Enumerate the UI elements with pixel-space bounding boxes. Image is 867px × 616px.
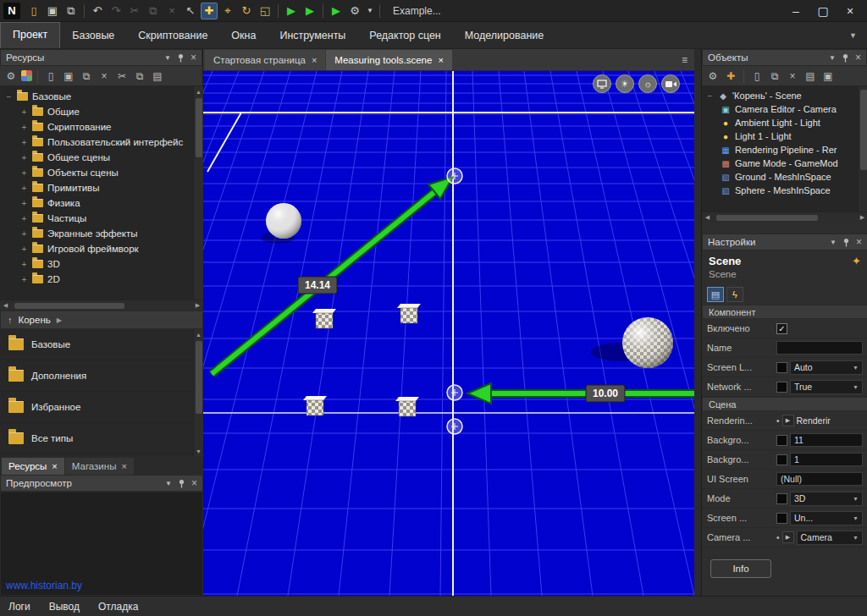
scale-tool-icon[interactable]: ◱ bbox=[257, 3, 273, 19]
section-scene[interactable]: Сцена bbox=[702, 397, 867, 411]
panel-close-icon[interactable]: × bbox=[191, 52, 196, 63]
tab-output[interactable]: Вывод bbox=[49, 601, 80, 613]
build-tools-icon[interactable]: ⚙ bbox=[346, 3, 363, 19]
list-item[interactable]: Все типы bbox=[0, 423, 203, 454]
tab-stores[interactable]: Магазины× bbox=[65, 458, 134, 475]
scroll-up-icon[interactable]: ▲ bbox=[196, 86, 202, 96]
list-item[interactable]: Дополнения bbox=[0, 360, 203, 392]
panel-menu-icon[interactable]: ▼ bbox=[164, 54, 171, 62]
play-button[interactable]: ▶ bbox=[283, 3, 300, 19]
measure-cube[interactable] bbox=[397, 304, 421, 323]
expand-icon[interactable]: + bbox=[20, 245, 28, 254]
snap-tool-icon[interactable]: ⌖ bbox=[219, 3, 236, 19]
light-toggle-button[interactable]: ☼ bbox=[638, 74, 657, 93]
panel-splitter[interactable] bbox=[694, 49, 701, 596]
tree-item[interactable]: +Общее сцены bbox=[0, 150, 203, 165]
tree-item[interactable]: ▣Camera Editor - Camera bbox=[702, 102, 867, 116]
property-reset-icon[interactable] bbox=[776, 493, 787, 504]
measure-cube[interactable] bbox=[312, 309, 336, 328]
sphere-left[interactable] bbox=[266, 203, 301, 239]
scene-viewport[interactable]: 14.14 10.00 ☀ ☼ bbox=[203, 71, 694, 596]
network-dropdown[interactable]: True▼ bbox=[790, 380, 863, 394]
tree-item[interactable]: +Частицы bbox=[0, 211, 203, 226]
scroll-right-icon[interactable]: ▶ bbox=[857, 214, 867, 221]
redo-icon[interactable]: ↷ bbox=[108, 3, 124, 19]
tree-item[interactable]: +Объекты сцены bbox=[0, 165, 203, 180]
scroll-thumb[interactable] bbox=[860, 90, 867, 170]
property-reset-icon[interactable] bbox=[776, 513, 787, 524]
cut-resource-icon[interactable]: ✂ bbox=[114, 69, 130, 84]
tree-horizontal-scrollbar[interactable]: ◀ ▶ bbox=[702, 212, 867, 223]
tree-item[interactable]: +Пользовательский интерфейс bbox=[0, 135, 203, 150]
expand-icon[interactable]: + bbox=[20, 138, 28, 147]
tab-debug[interactable]: Отладка bbox=[98, 601, 138, 613]
tab-close-icon[interactable]: × bbox=[52, 461, 57, 471]
tree-horizontal-scrollbar[interactable]: ◀ ▶ bbox=[0, 300, 203, 311]
delete-icon[interactable]: × bbox=[163, 3, 180, 19]
tree-item[interactable]: −Базовые bbox=[0, 89, 203, 104]
expand-icon[interactable]: + bbox=[20, 275, 28, 284]
name-field[interactable] bbox=[776, 341, 863, 355]
events-view-button[interactable]: ϟ bbox=[726, 287, 743, 302]
panel-menu-icon[interactable]: ▼ bbox=[829, 54, 836, 62]
copy-icon[interactable]: ⧉ bbox=[145, 3, 162, 19]
menu-basic[interactable]: Базовые bbox=[60, 23, 126, 48]
tools-wrench-icon[interactable]: ⚙ bbox=[705, 69, 721, 84]
add-object-icon[interactable]: ✚ bbox=[723, 69, 738, 84]
gizmo-handle[interactable] bbox=[447, 419, 462, 434]
scene-3d-canvas[interactable]: 14.14 10.00 bbox=[203, 71, 694, 596]
list-view-icon[interactable]: ▤ bbox=[803, 69, 818, 84]
tab-start-page[interactable]: Стартовая страница× bbox=[205, 50, 325, 70]
tab-close-icon[interactable]: × bbox=[121, 461, 126, 471]
background-color-value[interactable]: 11 bbox=[790, 433, 863, 447]
tab-logs[interactable]: Логи bbox=[8, 601, 30, 613]
expand-icon[interactable]: + bbox=[20, 153, 28, 162]
expand-icon[interactable]: + bbox=[20, 260, 28, 269]
tree-item[interactable]: +3D bbox=[0, 256, 203, 272]
tree-item[interactable]: +Игровой фреймворк bbox=[0, 241, 203, 256]
panel-close-icon[interactable]: × bbox=[855, 52, 861, 63]
tree-item[interactable]: ●Light 1 - Light bbox=[702, 129, 867, 143]
screen-label-dropdown[interactable]: Auto▼ bbox=[790, 360, 863, 375]
delete-resource-icon[interactable]: × bbox=[97, 69, 112, 84]
tree-vertical-scrollbar[interactable] bbox=[858, 86, 867, 212]
collapse-icon[interactable]: − bbox=[5, 92, 13, 102]
menu-scripting[interactable]: Скриптование bbox=[126, 23, 219, 48]
minimize-button[interactable]: – bbox=[782, 1, 809, 21]
property-value[interactable]: Renderir bbox=[797, 415, 831, 426]
sun-lighting-button[interactable]: ☀ bbox=[616, 74, 634, 93]
tree-item[interactable]: ●Ambient Light - Light bbox=[702, 116, 867, 129]
tree-item[interactable]: ▧Sphere - MeshInSpace bbox=[702, 184, 867, 197]
camera-view-button[interactable] bbox=[661, 74, 680, 93]
tools-dropdown-icon[interactable]: ▼ bbox=[365, 3, 375, 19]
import-icon[interactable]: ▣ bbox=[61, 69, 76, 84]
enabled-checkbox[interactable]: ✓ bbox=[776, 323, 787, 334]
duplicate-icon[interactable]: ⧉ bbox=[79, 69, 94, 84]
pin-icon[interactable] bbox=[177, 53, 185, 63]
tab-close-icon[interactable]: × bbox=[312, 55, 317, 65]
measure-cube[interactable] bbox=[395, 397, 419, 416]
pin-icon[interactable] bbox=[842, 238, 850, 247]
new-file-icon[interactable]: ▯ bbox=[25, 3, 42, 19]
scroll-right-icon[interactable]: ▶ bbox=[192, 302, 203, 309]
measure-cube[interactable] bbox=[303, 396, 327, 415]
list-item[interactable]: Избранное bbox=[0, 392, 203, 423]
ribbon-collapse-icon[interactable]: ▼ bbox=[849, 31, 857, 40]
screen-dropdown[interactable]: Un...▼ bbox=[790, 511, 863, 525]
tree-item[interactable]: ▧Ground - MeshInSpace bbox=[702, 170, 867, 184]
pin-icon[interactable] bbox=[842, 53, 849, 63]
tree-vertical-scrollbar[interactable]: ▲ bbox=[193, 86, 203, 300]
breadcrumb[interactable]: ↑ Корень ▶ bbox=[0, 311, 203, 329]
info-button[interactable]: Info bbox=[710, 559, 771, 578]
property-reset-icon[interactable] bbox=[776, 454, 787, 465]
color-filter-icon[interactable] bbox=[21, 70, 32, 81]
expand-icon[interactable]: + bbox=[20, 123, 28, 132]
delete-object-icon[interactable]: × bbox=[785, 69, 800, 84]
gizmo-handle[interactable] bbox=[447, 168, 462, 184]
property-reset-icon[interactable] bbox=[776, 382, 787, 393]
cut-icon[interactable]: ✂ bbox=[126, 3, 143, 19]
scroll-left-icon[interactable]: ◀ bbox=[702, 214, 713, 221]
sphere-right[interactable] bbox=[622, 317, 673, 368]
color-swatch[interactable] bbox=[776, 435, 787, 446]
scroll-up-icon[interactable]: ▲ bbox=[196, 329, 202, 339]
